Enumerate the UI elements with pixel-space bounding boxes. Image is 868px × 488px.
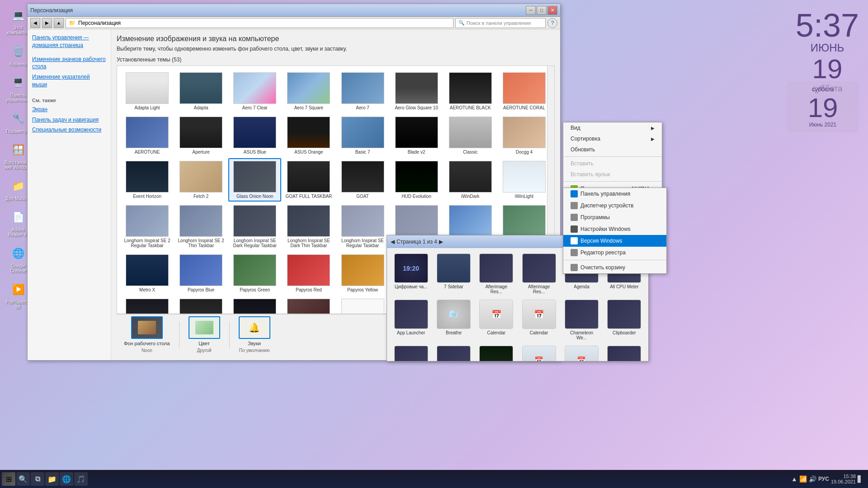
minimize-button[interactable]: ─ — [526, 6, 536, 15]
see-also-taskbar-link[interactable]: Панель задач и навигация — [32, 116, 106, 124]
theme-item[interactable]: Papyros Red — [282, 252, 335, 295]
theme-item[interactable]: HUD Evolution — [390, 158, 443, 202]
gadget-item[interactable]: Control System — [391, 344, 431, 361]
theme-item[interactable]: Longhorn Inspirat SE Dark Regular Taskba… — [228, 202, 281, 251]
search-input[interactable]: 🔍 Поиск в панели управления — [455, 18, 546, 28]
maximize-button[interactable]: □ — [537, 6, 547, 15]
back-button[interactable]: ◀ — [30, 18, 40, 28]
theme-item[interactable]: Longhorn Inspirat SE 2 Regular Taskbar — [121, 202, 174, 251]
theme-item[interactable]: Blade v2 — [390, 114, 443, 157]
tray-language[interactable]: РУС — [818, 476, 829, 482]
theme-item[interactable]: Longhorn Inspirat SE Regular Taskbar — [336, 202, 389, 251]
taskbar-media[interactable]: 🎵 — [74, 472, 88, 486]
theme-item[interactable]: Theme 43 — [228, 296, 281, 314]
gadget-item[interactable]: Clipboarder — [604, 298, 645, 342]
gadget-item[interactable]: Afterimage Res... — [476, 252, 517, 296]
submenu-settings[interactable]: Настройки Windows — [563, 223, 666, 235]
taskbar-task-view[interactable]: ⧉ — [31, 472, 44, 486]
theme-item[interactable]: Papyros Blue — [175, 252, 227, 295]
theme-item[interactable]: GOAT FULL TASKBAR — [282, 158, 335, 202]
gadgets-nav-prev[interactable]: ◀ — [391, 239, 395, 245]
gadget-item[interactable]: 📅 Calendar — [519, 298, 559, 342]
theme-item[interactable]: Adapta — [175, 70, 227, 113]
sidebar-mouse-link[interactable]: Изменение указателей мыши — [32, 73, 106, 89]
theme-item[interactable]: Longhorn Inspirat SE Dark Thin Taskbar — [282, 202, 335, 251]
forward-button[interactable]: ▶ — [42, 18, 52, 28]
gadget-item[interactable]: 📅 Custom Calendar — [519, 344, 559, 361]
theme-item[interactable]: iWinDark — [444, 158, 497, 202]
theme-item[interactable]: Aero 7 Square — [282, 70, 335, 113]
submenu-clear-recycle[interactable]: Очистить корзину — [563, 262, 666, 273]
theme-item[interactable]: Aero Glow Square 10 — [390, 70, 443, 113]
submenu-programs[interactable]: Программы — [563, 211, 666, 223]
gadget-item[interactable]: Afterimage Res... — [519, 252, 559, 296]
sound-selector[interactable]: 🔔 Звуки По умолчанию — [239, 316, 270, 353]
theme-item[interactable]: Aperture — [175, 114, 227, 157]
submenu-control[interactable]: Панель управления — [563, 188, 666, 200]
taskbar-explorer[interactable]: 📁 — [45, 472, 59, 486]
gadget-item[interactable]: Date & Time — [604, 344, 645, 361]
ctx-sort[interactable]: Сортировка — [563, 133, 662, 144]
theme-item[interactable]: ASUS Blue — [228, 114, 281, 157]
theme-item[interactable]: Longhorn Inspirat SE 2 Thin Taskbar — [175, 202, 227, 251]
theme-item[interactable]: Papyros Yellow — [336, 252, 389, 295]
up-button[interactable]: ▲ — [54, 18, 64, 28]
sidebar-home-link[interactable]: Панель управления — домашняя страница — [32, 34, 106, 49]
theme-item[interactable]: AEROTUNE CORAL — [498, 70, 551, 113]
theme-item[interactable]: Fetch 2 — [175, 158, 227, 202]
theme-item[interactable]: Theme 41 — [121, 296, 174, 314]
ctx-view[interactable]: Вид — [563, 122, 662, 133]
bg-selector[interactable]: Фон рабочего стола Noon — [124, 316, 170, 353]
submenu-devices[interactable]: Диспетчер устройств — [563, 200, 666, 211]
gadget-item[interactable]: 🌬️ Breathe — [433, 298, 474, 342]
theme-item[interactable]: Papyros Green — [228, 252, 281, 295]
adobe-icon: 📄 — [9, 208, 27, 226]
theme-item[interactable]: Classic — [444, 114, 497, 157]
theme-item[interactable]: Theme 44 — [282, 296, 335, 314]
close-button[interactable]: ✕ — [547, 6, 557, 15]
theme-item[interactable]: Theme 42 — [175, 296, 227, 314]
theme-item[interactable]: Glass Onion Noon — [228, 158, 281, 202]
submenu-winver[interactable]: Версия Windows — [563, 235, 666, 247]
theme-item[interactable]: Docgg 4 — [498, 114, 551, 157]
theme-item[interactable]: ASUS Orange — [282, 114, 335, 157]
gadget-item[interactable]: 7 Sidebar — [433, 252, 474, 296]
gadget-item[interactable]: Countdown — [433, 344, 474, 361]
help-button[interactable]: ? — [547, 18, 557, 28]
theme-item[interactable]: Basic 7 — [336, 114, 389, 157]
tray-volume[interactable]: 🔊 — [809, 475, 816, 483]
theme-item[interactable]: Aero 7 Clear — [228, 70, 281, 113]
submenu-regedit[interactable]: Редактор реестра — [563, 247, 666, 258]
color-selector[interactable]: Цвет Другой — [189, 316, 220, 353]
theme-item[interactable]: iWinLight — [498, 158, 551, 202]
theme-item[interactable]: AEROTUNE — [121, 114, 174, 157]
see-also-screen-link[interactable]: Экран — [32, 106, 106, 113]
gadget-item[interactable]: 📅 Calendar — [476, 298, 517, 342]
ctx-refresh[interactable]: Обновить — [563, 144, 662, 155]
theme-item[interactable]: Metro X — [121, 252, 174, 295]
gadget-item[interactable]: 19:20 Цифровые ча... — [391, 252, 431, 296]
address-input[interactable]: 📁 Персонализация — [66, 18, 453, 28]
theme-item[interactable]: Event Horizon — [121, 158, 174, 202]
gadget-item[interactable]: CPU Utilization — [476, 344, 517, 361]
ctx-paste-shortcut[interactable]: Вставить ярлык — [563, 169, 662, 180]
gadget-item[interactable]: Chameleon We... — [561, 298, 602, 342]
theme-item[interactable]: AEROTUNE BLACK — [444, 70, 497, 113]
theme-item[interactable]: Adapta Light — [121, 70, 174, 113]
start-button[interactable]: ⊞ — [2, 472, 15, 486]
taskbar-edge[interactable]: 🌐 — [60, 472, 73, 486]
ctx-paste[interactable]: Вставить — [563, 158, 662, 169]
tray-show-desktop[interactable]: ▋ — [858, 475, 863, 483]
tray-time[interactable]: 15:38 19.06.2021 — [831, 474, 856, 484]
gadget-item[interactable]: App Launcher — [391, 298, 431, 342]
theme-item[interactable]: GOAT — [336, 158, 389, 202]
theme-item[interactable]: Aero 7 — [336, 70, 389, 113]
theme-item[interactable]: Theme 45 — [336, 296, 389, 314]
gadget-item[interactable]: 📅 Custom Calendar — [561, 344, 602, 361]
tray-network[interactable]: 📶 — [799, 475, 807, 483]
tray-show-hidden[interactable]: ▲ — [791, 475, 797, 483]
gadgets-nav-next[interactable]: ▶ — [439, 239, 443, 245]
see-also-accessibility-link[interactable]: Специальные возможности — [32, 126, 106, 134]
sidebar-desktop-icons-link[interactable]: Изменение значков рабочего стола — [32, 56, 106, 71]
taskbar-search[interactable]: 🔍 — [16, 472, 30, 486]
